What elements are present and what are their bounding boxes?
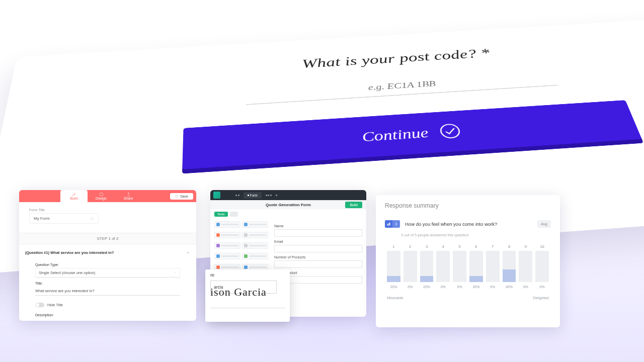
palette-item[interactable] (242, 253, 268, 259)
chart-bar (469, 251, 483, 282)
signature-label-suffix: re (210, 273, 285, 278)
palette-item[interactable] (242, 242, 268, 249)
form-title-label: Form Title (29, 208, 186, 212)
palette-item[interactable] (214, 242, 240, 249)
chart-value: 0% (540, 285, 545, 289)
chart-category: 7 (492, 244, 494, 249)
chart-column: 90% (519, 244, 532, 289)
builder-topbar: Build Design Share Save (19, 190, 196, 202)
continue-button[interactable]: Continue (182, 100, 641, 169)
continue-button-label: Continue (361, 125, 430, 145)
postcode-input[interactable] (246, 69, 558, 105)
palette-item[interactable] (214, 221, 240, 228)
svg-rect-3 (91, 218, 94, 219)
title-input[interactable] (35, 287, 180, 296)
hero-form-perspective: What is your post code? * Continue (0, 0, 644, 191)
stage-pill[interactable]: Build (214, 212, 228, 217)
signature-line (210, 308, 285, 308)
chart-value: 0% (490, 285, 495, 289)
chart-column: 120% (387, 244, 400, 289)
chart-bar (387, 251, 400, 282)
mode-option[interactable] (276, 192, 277, 199)
palette-item[interactable] (242, 221, 268, 228)
scale-min-label: Miserable (387, 296, 404, 300)
chart-value: 0% (457, 285, 462, 289)
tab-design[interactable]: Design (88, 190, 115, 202)
editor-subheader: Quote Generation Form Build (210, 200, 366, 209)
chart-category: 9 (525, 244, 527, 249)
field-input[interactable] (274, 229, 362, 237)
chart-category: 1 (392, 244, 394, 249)
hide-title-toggle[interactable] (35, 303, 44, 307)
scale-max-label: Delighted (533, 296, 549, 300)
chart-category: 4 (442, 244, 444, 249)
chevron-down-icon (186, 250, 190, 255)
chart-bar (486, 251, 500, 282)
save-button[interactable]: Save (170, 193, 193, 200)
chart-category: 5 (459, 244, 461, 249)
field-input[interactable] (274, 260, 362, 268)
mode-option[interactable] (266, 192, 272, 199)
build-button[interactable]: Build (345, 202, 362, 208)
chart-column: 620% (469, 244, 483, 289)
question-type-select[interactable]: Single Select (choose one option) (35, 268, 180, 278)
form-title-input[interactable]: My Form (29, 213, 99, 224)
signature-popover: re ison Garcia (205, 269, 290, 322)
tab-build[interactable]: Build (60, 190, 88, 202)
question-type-label: Question Type: (35, 263, 180, 266)
field-label: Email (274, 240, 362, 243)
svg-point-0 (440, 124, 461, 138)
question-number: 1 (392, 220, 400, 228)
chart-column: 320% (420, 244, 434, 289)
chart-value: 0% (441, 285, 446, 289)
chart-bar (519, 251, 532, 282)
palette-item[interactable] (214, 253, 240, 259)
chart-column: 840% (503, 244, 516, 289)
chart-category: 2 (409, 244, 411, 249)
field-input[interactable] (274, 245, 362, 252)
form-name: Quote Generation Form (266, 203, 311, 207)
hide-title-label: Hide Title (47, 303, 63, 307)
chart-bar (420, 251, 434, 282)
chart-value: 20% (472, 285, 479, 289)
chart-value: 20% (423, 285, 430, 289)
svg-rect-2 (176, 195, 178, 198)
app-logo (213, 192, 220, 199)
question-accordion-header[interactable]: (Question #1) What service are you inter… (25, 250, 190, 255)
palette-item[interactable] (214, 232, 240, 238)
text-field-icon (90, 217, 94, 221)
tab-share[interactable]: Share (115, 190, 142, 202)
card-row: Build Design Share Save Form Title My Fo… (0, 190, 644, 351)
hero-question: What is your post code? * (98, 35, 644, 83)
chart-bar (503, 251, 516, 282)
mode-option[interactable] (235, 192, 239, 199)
svg-rect-4 (387, 224, 388, 226)
response-chart: 120%20%320%40%50%620%70%840%90%100% (385, 248, 551, 289)
chart-bar (436, 251, 450, 282)
share-icon (126, 192, 131, 197)
field-label: Number of Products (274, 255, 362, 259)
chart-category: 3 (426, 244, 428, 249)
summary-title: Response summary (385, 202, 551, 209)
chart-column: 70% (486, 244, 500, 289)
tab-label: Build (70, 197, 78, 200)
chart-bar (453, 251, 466, 282)
chart-bar (535, 251, 549, 282)
chart-value: 0% (408, 285, 413, 289)
svg-point-1 (100, 193, 103, 196)
chart-value: 20% (390, 285, 397, 289)
tab-label: Design (96, 197, 107, 200)
chart-column: 100% (535, 244, 549, 289)
save-label: Save (180, 195, 188, 198)
avg-chip[interactable]: Avg (537, 220, 551, 228)
mode-form[interactable]: Form (244, 192, 262, 199)
question-badge: 1 (385, 220, 400, 228)
stage-pill-ghost: . (230, 212, 238, 217)
palette-icon (99, 192, 104, 197)
palette-item[interactable] (242, 232, 268, 238)
caret-down-icon (173, 270, 177, 274)
field-label: Name (274, 224, 362, 228)
chart-column: 20% (404, 244, 417, 289)
svg-rect-6 (389, 223, 390, 226)
form-title-value: My Form (34, 216, 50, 221)
